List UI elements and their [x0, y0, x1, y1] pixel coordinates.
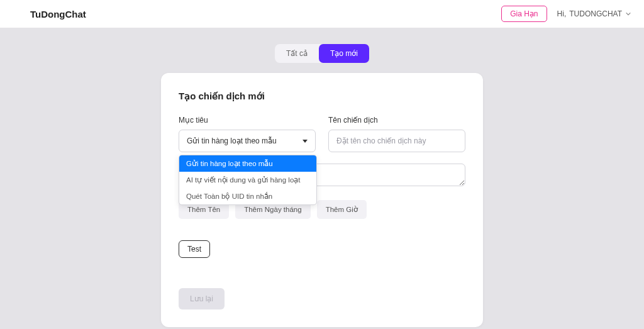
goal-selected-text: Gửi tin hàng loạt theo mẫu	[187, 137, 277, 145]
save-row: Lưu lại	[179, 258, 465, 309]
goal-label: Mục tiêu	[179, 116, 316, 125]
user-menu[interactable]: Hi, TUDONGCHAT	[557, 9, 631, 18]
tab-all[interactable]: Tất cả	[275, 44, 319, 63]
tab-create[interactable]: Tạo mới	[319, 44, 369, 63]
goal-dropdown: Gửi tin hàng loạt theo mẫu AI tự viết nộ…	[179, 155, 317, 205]
logo: TuDongChat	[30, 9, 86, 20]
goal-select[interactable]: Gửi tin hàng loạt theo mẫu	[179, 130, 316, 152]
caret-down-icon	[303, 140, 308, 143]
campaign-card: Tạo chiến dịch mới Mục tiêu Gửi tin hàng…	[161, 73, 483, 327]
chevron-down-icon	[625, 11, 631, 17]
campaign-name-label: Tên chiến dịch	[328, 116, 465, 125]
form-row-1: Mục tiêu Gửi tin hàng loạt theo mẫu Gửi …	[179, 116, 465, 152]
campaign-name-input[interactable]	[328, 130, 465, 152]
tabs-container: Tất cả Tạo mới	[0, 44, 644, 63]
goal-option-2[interactable]: Quét Toàn bộ UID tin nhắn	[179, 188, 316, 204]
test-button[interactable]: Test	[179, 240, 210, 258]
gia-han-button[interactable]: Gia Hạn	[501, 6, 547, 22]
goal-option-0[interactable]: Gửi tin hàng loạt theo mẫu	[179, 155, 316, 172]
user-greeting-prefix: Hi,	[557, 9, 567, 18]
card-title: Tạo chiến dịch mới	[179, 91, 465, 102]
add-time-button[interactable]: Thêm Giờ	[317, 200, 367, 219]
save-button[interactable]: Lưu lại	[179, 288, 225, 309]
campaign-name-column: Tên chiến dịch	[328, 116, 465, 152]
header-right: Gia Hạn Hi, TUDONGCHAT	[501, 6, 631, 22]
goal-option-1[interactable]: AI tự viết nội dung và gửi hàng loạt	[179, 172, 316, 188]
goal-column: Mục tiêu Gửi tin hàng loạt theo mẫu Gửi …	[179, 116, 316, 152]
tabs: Tất cả Tạo mới	[275, 44, 369, 63]
user-name: TUDONGCHAT	[569, 9, 622, 18]
app-header: TuDongChat Gia Hạn Hi, TUDONGCHAT	[0, 0, 644, 28]
